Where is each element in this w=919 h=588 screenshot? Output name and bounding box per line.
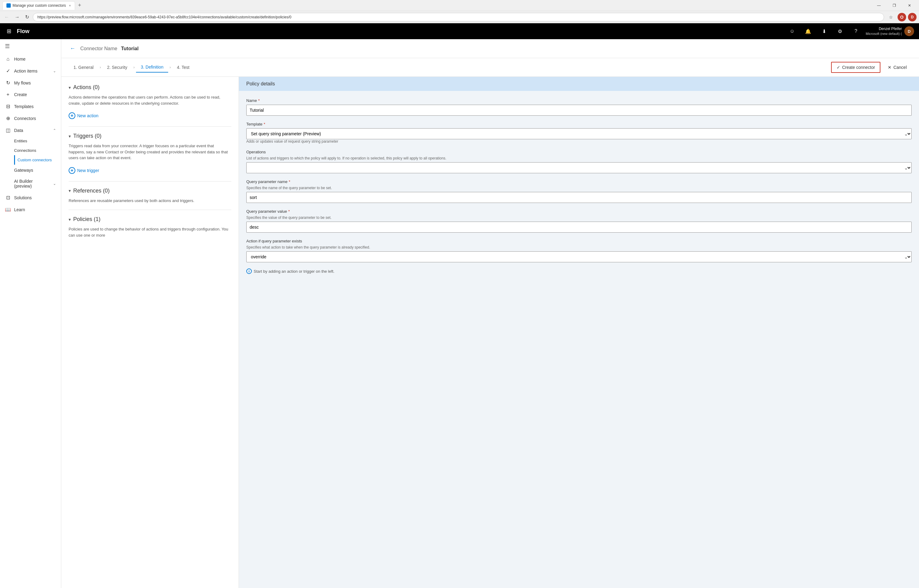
create-connector-button[interactable]: ✓ Create connector <box>831 62 880 73</box>
sidebar-toggle-button[interactable]: ☰ <box>0 39 61 53</box>
sidebar-item-templates[interactable]: ⊟ Templates <box>0 100 61 112</box>
download-button[interactable]: ⬇ <box>818 25 830 37</box>
sidebar-item-connectors[interactable]: ⊕ Connectors <box>0 112 61 124</box>
cancel-button[interactable]: ✕ Cancel <box>883 63 912 72</box>
sidebar-item-action-items[interactable]: ✓ Action items ⌄ <box>0 65 61 77</box>
sidebar-item-solutions[interactable]: ⊡ Solutions <box>0 192 61 204</box>
sidebar-item-home[interactable]: ⌂ Home <box>0 53 61 65</box>
query-param-value-required-star: * <box>288 209 290 214</box>
address-bar[interactable] <box>33 13 884 21</box>
query-param-value-label: Query parameter value * <box>246 209 912 214</box>
sidebar-item-create[interactable]: + Create <box>0 89 61 100</box>
nav-forward-button[interactable]: → <box>13 13 21 21</box>
query-param-name-desc: Specifies the name of the query paramete… <box>246 186 912 190</box>
sidebar-item-ai-builder[interactable]: AI Builder(preview) ⌄ <box>0 176 61 192</box>
new-action-label: New action <box>77 113 98 118</box>
wizard-step-definition[interactable]: 3. Definition <box>136 62 169 73</box>
policies-section-header: ▾ Policies (1) <box>69 216 231 223</box>
top-nav: ⊞ Flow ☺ 🔔 ⬇ ⚙ ? Denzel Pfeifer Microsof… <box>0 23 919 39</box>
references-section-header: ▾ References (0) <box>69 187 231 194</box>
user-info: Denzel Pfeifer Microsoft (new default) (… <box>866 26 914 36</box>
feedback-button[interactable]: ☺ <box>786 25 798 37</box>
action-if-exists-desc: Specifies what action to take when the q… <box>246 245 912 249</box>
connector-name-value: Tutorial <box>121 46 138 52</box>
sidebar-item-home-label: Home <box>14 57 56 61</box>
user-avatar-top[interactable]: D <box>904 26 914 36</box>
close-button[interactable]: ✕ <box>903 1 917 10</box>
tab-favicon <box>6 3 11 8</box>
wizard-steps-bar: 1. General › 2. Security › 3. Definition… <box>61 58 919 77</box>
user-avatar-browser[interactable]: D <box>908 13 917 21</box>
nav-refresh-button[interactable]: ↻ <box>23 13 31 21</box>
extension-icon[interactable]: O <box>898 13 906 21</box>
template-select[interactable]: Set query string parameter (Preview) Set… <box>246 128 912 139</box>
tab-close-button[interactable]: × <box>69 4 71 7</box>
name-input[interactable] <box>246 105 912 116</box>
actions-section-header: ▾ Actions (0) <box>69 84 231 90</box>
wizard-step-general[interactable]: 1. General <box>69 63 98 72</box>
form-group-template: Template * Set query string parameter (P… <box>246 122 912 144</box>
new-trigger-button[interactable]: + New trigger <box>69 166 231 175</box>
ai-builder-chevron-icon: ⌄ <box>53 181 56 186</box>
notifications-button[interactable]: 🔔 <box>802 25 814 37</box>
triggers-section-header: ▾ Triggers (0) <box>69 133 231 139</box>
form-group-operations: Operations List of actions and triggers … <box>246 150 912 173</box>
triggers-chevron-icon[interactable]: ▾ <box>69 134 71 139</box>
content-area: ← Connector Name Tutorial 1. General › 2… <box>61 39 919 588</box>
wizard-chevron-3: › <box>168 65 172 69</box>
wizard-step-test[interactable]: 4. Test <box>172 63 194 72</box>
hint-text: Start by adding an action or trigger on … <box>254 269 334 274</box>
policies-section-title: Policies (1) <box>73 216 100 223</box>
sidebar-item-learn[interactable]: 📖 Learn <box>0 204 61 215</box>
template-required-star: * <box>264 122 265 126</box>
sidebar-item-gateways[interactable]: Gateways <box>0 165 61 176</box>
maximize-button[interactable]: ❐ <box>887 1 901 10</box>
header-bar: ← Connector Name Tutorial <box>61 39 919 58</box>
form-group-action-if-exists: Action if query parameter exists Specifi… <box>246 239 912 262</box>
tab-title: Manage your custom connectors <box>13 3 66 8</box>
template-label: Template * <box>246 122 912 126</box>
browser-titlebar: Manage your custom connectors × + — ❐ ✕ <box>0 0 919 11</box>
references-chevron-icon[interactable]: ▾ <box>69 188 71 193</box>
back-button[interactable]: ← <box>69 44 76 53</box>
active-tab[interactable]: Manage your custom connectors × <box>2 1 75 10</box>
sidebar-item-custom-connectors[interactable]: Custom connectors <box>14 155 61 165</box>
settings-button[interactable]: ⚙ <box>834 25 846 37</box>
browser-icon-group: ☆ O D <box>886 12 917 22</box>
waffle-menu-button[interactable]: ⊞ <box>5 26 13 36</box>
sidebar-item-data[interactable]: ◫ Data ⌃ <box>0 124 61 136</box>
sidebar: ☰ ⌂ Home ✓ Action items ⌄ ↻ My flows + C… <box>0 39 61 588</box>
help-button[interactable]: ? <box>850 25 862 37</box>
template-select-wrapper: Set query string parameter (Preview) Set… <box>246 128 912 139</box>
sidebar-item-my-flows[interactable]: ↻ My flows <box>0 77 61 89</box>
wizard-step-security[interactable]: 2. Security <box>102 63 132 72</box>
sidebar-item-entities[interactable]: Entities <box>14 136 61 146</box>
sidebar-item-create-label: Create <box>14 92 56 97</box>
sidebar-item-templates-label: Templates <box>14 104 56 109</box>
new-action-plus-icon: + <box>69 112 75 119</box>
minimize-button[interactable]: — <box>872 1 886 10</box>
action-if-exists-select[interactable]: override skip <box>246 251 912 262</box>
policies-chevron-icon[interactable]: ▾ <box>69 217 71 222</box>
wizard-step-test-label: 4. Test <box>177 65 189 70</box>
query-param-value-desc: Specifies the value of the query paramet… <box>246 215 912 220</box>
new-tab-button[interactable]: + <box>77 2 83 8</box>
operations-select[interactable] <box>246 162 912 173</box>
actions-chevron-icon[interactable]: ▾ <box>69 85 71 90</box>
operations-label: Operations <box>246 150 912 154</box>
sidebar-item-connections[interactable]: Connections <box>14 146 61 155</box>
sidebar-item-ai-builder-label: AI Builder(preview) <box>14 179 50 189</box>
name-required-star: * <box>258 98 260 103</box>
nav-back-button[interactable]: ← <box>2 13 11 21</box>
wizard-chevron-2: › <box>132 65 136 69</box>
new-action-button[interactable]: + New action <box>69 111 231 120</box>
query-param-name-input[interactable] <box>246 192 912 203</box>
query-param-value-input[interactable] <box>246 221 912 233</box>
form-group-query-param-name: Query parameter name * Specifies the nam… <box>246 179 912 203</box>
app-container: ⊞ Flow ☺ 🔔 ⬇ ⚙ ? Denzel Pfeifer Microsof… <box>0 23 919 588</box>
action-items-icon: ✓ <box>5 68 11 74</box>
home-icon: ⌂ <box>5 57 11 62</box>
triggers-section-title: Triggers (0) <box>73 133 101 139</box>
data-submenu: Entities Connections Custom connectors <box>0 136 61 165</box>
star-button[interactable]: ☆ <box>886 12 896 22</box>
